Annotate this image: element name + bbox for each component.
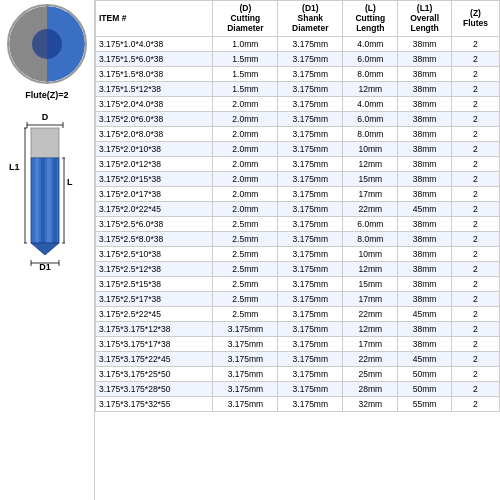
cell-D1: 3.175mm — [278, 291, 343, 306]
cell-L1: 50mm — [398, 381, 452, 396]
table-row: 3.175*3.175*28*503.175mm3.175mm28mm50mm2 — [96, 381, 500, 396]
cell-Z: 2 — [451, 321, 499, 336]
cell-item: 3.175*1.5*8.0*38 — [96, 66, 213, 81]
cell-L1: 38mm — [398, 261, 452, 276]
cell-item: 3.175*1.5*12*38 — [96, 81, 213, 96]
cell-D1: 3.175mm — [278, 381, 343, 396]
cell-Z: 2 — [451, 336, 499, 351]
cell-Z: 2 — [451, 171, 499, 186]
cell-L1: 50mm — [398, 366, 452, 381]
cell-L: 6.0mm — [343, 111, 398, 126]
cell-Z: 2 — [451, 381, 499, 396]
cell-D: 2.5mm — [213, 246, 278, 261]
table-row: 3.175*2.0*6.0*382.0mm3.175mm6.0mm38mm2 — [96, 111, 500, 126]
cell-D1: 3.175mm — [278, 396, 343, 411]
cell-D: 1.5mm — [213, 81, 278, 96]
cell-D: 3.175mm — [213, 336, 278, 351]
header-item: ITEM # — [96, 1, 213, 37]
svg-text:L1: L1 — [9, 162, 20, 172]
table-row: 3.175*2.5*15*382.5mm3.175mm15mm38mm2 — [96, 276, 500, 291]
cell-Z: 2 — [451, 126, 499, 141]
cell-D1: 3.175mm — [278, 126, 343, 141]
cell-L: 17mm — [343, 186, 398, 201]
cell-D: 2.0mm — [213, 201, 278, 216]
cell-D1: 3.175mm — [278, 96, 343, 111]
cell-D1: 3.175mm — [278, 231, 343, 246]
cell-L1: 45mm — [398, 201, 452, 216]
cell-L1: 38mm — [398, 81, 452, 96]
cell-L1: 38mm — [398, 216, 452, 231]
cell-L1: 38mm — [398, 291, 452, 306]
table-row: 3.175*3.175*22*453.175mm3.175mm22mm45mm2 — [96, 351, 500, 366]
cell-item: 3.175*2.0*10*38 — [96, 141, 213, 156]
cell-L: 8.0mm — [343, 66, 398, 81]
cell-D1: 3.175mm — [278, 216, 343, 231]
cell-item: 3.175*2.0*15*38 — [96, 171, 213, 186]
table-row: 3.175*2.0*8.0*382.0mm3.175mm8.0mm38mm2 — [96, 126, 500, 141]
right-panel[interactable]: ITEM # (D)CuttingDiameter (D1)ShankDiame… — [95, 0, 500, 500]
table-row: 3.175*2.5*22*452.5mm3.175mm22mm45mm2 — [96, 306, 500, 321]
icon-overlay — [32, 29, 62, 59]
cell-L1: 38mm — [398, 51, 452, 66]
table-row: 3.175*2.0*17*382.0mm3.175mm17mm38mm2 — [96, 186, 500, 201]
cell-L1: 38mm — [398, 141, 452, 156]
tool-diagram: D L L1 — [7, 110, 87, 330]
cell-D: 2.5mm — [213, 306, 278, 321]
table-row: 3.175*2.5*17*382.5mm3.175mm17mm38mm2 — [96, 291, 500, 306]
cell-Z: 2 — [451, 36, 499, 51]
cell-D: 3.175mm — [213, 321, 278, 336]
cell-D1: 3.175mm — [278, 36, 343, 51]
cell-item: 3.175*1.5*6.0*38 — [96, 51, 213, 66]
table-row: 3.175*3.175*12*383.175mm3.175mm12mm38mm2 — [96, 321, 500, 336]
cell-D1: 3.175mm — [278, 366, 343, 381]
cell-D: 2.5mm — [213, 261, 278, 276]
cell-item: 3.175*3.175*12*38 — [96, 321, 213, 336]
cell-L1: 45mm — [398, 351, 452, 366]
cell-D1: 3.175mm — [278, 51, 343, 66]
cell-D: 3.175mm — [213, 396, 278, 411]
table-row: 3.175*1.5*6.0*381.5mm3.175mm6.0mm38mm2 — [96, 51, 500, 66]
table-header-row: ITEM # (D)CuttingDiameter (D1)ShankDiame… — [96, 1, 500, 37]
cell-Z: 2 — [451, 261, 499, 276]
cell-L1: 38mm — [398, 126, 452, 141]
cell-L1: 38mm — [398, 156, 452, 171]
table-row: 3.175*2.5*10*382.5mm3.175mm10mm38mm2 — [96, 246, 500, 261]
header-D1: (D1)ShankDiameter — [278, 1, 343, 37]
cell-D: 2.5mm — [213, 231, 278, 246]
table-row: 3.175*2.0*22*452.0mm3.175mm22mm45mm2 — [96, 201, 500, 216]
cell-item: 3.175*3.175*25*50 — [96, 366, 213, 381]
cell-item: 3.175*3.175*32*55 — [96, 396, 213, 411]
main-container: Flute(Z)=2 D L — [0, 0, 500, 500]
cell-D1: 3.175mm — [278, 336, 343, 351]
svg-rect-4 — [31, 128, 59, 158]
header-Z: (Z)Flutes — [451, 1, 499, 37]
svg-text:L: L — [67, 177, 73, 187]
cell-Z: 2 — [451, 111, 499, 126]
cell-D: 2.5mm — [213, 276, 278, 291]
cell-D: 1.5mm — [213, 51, 278, 66]
table-row: 3.175*3.175*25*503.175mm3.175mm25mm50mm2 — [96, 366, 500, 381]
header-L1: (L1)OverallLength — [398, 1, 452, 37]
cell-item: 3.175*2.0*8.0*38 — [96, 126, 213, 141]
cell-item: 3.175*1.0*4.0*38 — [96, 36, 213, 51]
cell-Z: 2 — [451, 201, 499, 216]
cell-item: 3.175*2.5*6.0*38 — [96, 216, 213, 231]
svg-rect-8 — [47, 158, 51, 243]
cell-Z: 2 — [451, 276, 499, 291]
cell-L: 8.0mm — [343, 126, 398, 141]
table-row: 3.175*1.5*12*381.5mm3.175mm12mm38mm2 — [96, 81, 500, 96]
cell-L1: 38mm — [398, 66, 452, 81]
cell-D: 3.175mm — [213, 366, 278, 381]
cell-Z: 2 — [451, 216, 499, 231]
cell-Z: 2 — [451, 291, 499, 306]
cell-D1: 3.175mm — [278, 81, 343, 96]
cell-L: 22mm — [343, 201, 398, 216]
cell-L: 6.0mm — [343, 51, 398, 66]
cell-L: 22mm — [343, 306, 398, 321]
cell-item: 3.175*2.5*15*38 — [96, 276, 213, 291]
cell-Z: 2 — [451, 96, 499, 111]
table-row: 3.175*2.5*12*382.5mm3.175mm12mm38mm2 — [96, 261, 500, 276]
cell-item: 3.175*2.5*17*38 — [96, 291, 213, 306]
cell-item: 3.175*2.5*10*38 — [96, 246, 213, 261]
header-L: (L)CuttingLength — [343, 1, 398, 37]
